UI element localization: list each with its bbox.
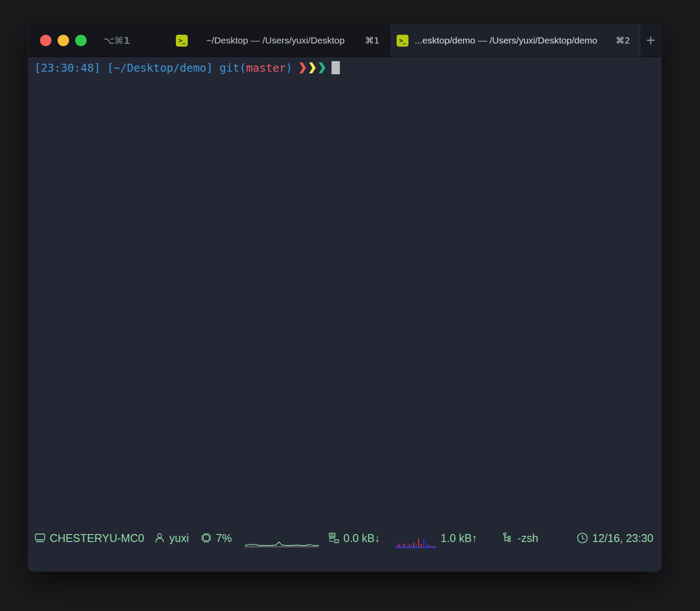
chevron-red-icon (299, 62, 306, 74)
traffic-lights (40, 35, 87, 46)
network-traffic-graph (395, 533, 436, 548)
terminal-badge-icon: >_ (397, 35, 408, 47)
hostname-label: CHESTERYU-MC0 (50, 531, 144, 544)
prompt-git-prefix: git( (219, 62, 246, 74)
shell-label: -zsh (518, 531, 538, 544)
user-cell: yuxi (154, 531, 189, 544)
cpu-cell: 7% (201, 531, 232, 544)
user-icon (154, 532, 165, 544)
zoom-button[interactable] (75, 35, 87, 46)
network-icon (328, 532, 339, 544)
monitor-icon (34, 532, 46, 544)
tab-shortcut-label: ⌘1 (365, 35, 379, 46)
hostname-cell: CHESTERYU-MC0 (34, 531, 144, 544)
datetime-label: 12/16, 23:30 (592, 531, 653, 544)
minimize-button[interactable] (58, 35, 69, 46)
net-up-label: 1.0 kB↑ (441, 531, 477, 544)
window-shortcut-label: ⌥⌘1 (103, 35, 130, 46)
prompt-git-suffix: ) (286, 62, 292, 74)
terminal-screen[interactable]: [23:30:48] [~/Desktop/demo] git( master … (28, 57, 661, 549)
cpu-percent-label: 7% (216, 531, 232, 544)
clock-icon (576, 532, 588, 544)
tab-title: ~/Desktop — /Users/yuxi/Desktop (206, 35, 345, 46)
tab-shortcut-label: ⌘2 (616, 35, 630, 46)
chevron-green-icon (318, 62, 326, 74)
plus-icon: + (646, 33, 655, 48)
cpu-chip-icon (201, 532, 212, 544)
prompt-cwd: [~/Desktop/demo] (107, 62, 213, 74)
terminal-window: ⌥⌘1 >_ ~/Desktop — /Users/yuxi/Desktop ⌘… (28, 24, 661, 571)
prompt-line: [23:30:48] [~/Desktop/demo] git( master … (34, 61, 340, 74)
tab-title: ...esktop/demo — /Users/yuxi/Desktop/dem… (415, 35, 598, 46)
new-tab-button[interactable]: + (640, 24, 661, 57)
prompt-timestamp: [23:30:48] (34, 62, 101, 74)
terminal-badge-icon: >_ (176, 35, 188, 47)
network-down-cell: 0.0 kB↓ (328, 531, 380, 544)
clock-cell: 12/16, 23:30 (576, 531, 653, 544)
network-up-cell: 1.0 kB↑ (441, 531, 477, 544)
terminal-cursor (332, 61, 340, 74)
shell-cell: -zsh (502, 531, 538, 544)
net-down-label: 0.0 kB↓ (343, 531, 380, 544)
tab-desktop[interactable]: ⌥⌘1 >_ ~/Desktop — /Users/yuxi/Desktop ⌘… (28, 24, 390, 57)
cpu-usage-graph (245, 533, 319, 548)
tab-bar: ⌥⌘1 >_ ~/Desktop — /Users/yuxi/Desktop ⌘… (28, 24, 661, 57)
tab-demo[interactable]: >_ ...esktop/demo — /Users/yuxi/Desktop/… (390, 24, 640, 57)
process-tree-icon (502, 532, 514, 544)
username-label: yuxi (169, 531, 189, 544)
close-button[interactable] (40, 35, 51, 46)
status-bar: CHESTERYU-MC0 yuxi 7% (28, 527, 661, 549)
prompt-arrows (299, 62, 326, 74)
prompt-git-branch: master (246, 62, 286, 74)
chevron-yellow-icon (309, 62, 316, 74)
